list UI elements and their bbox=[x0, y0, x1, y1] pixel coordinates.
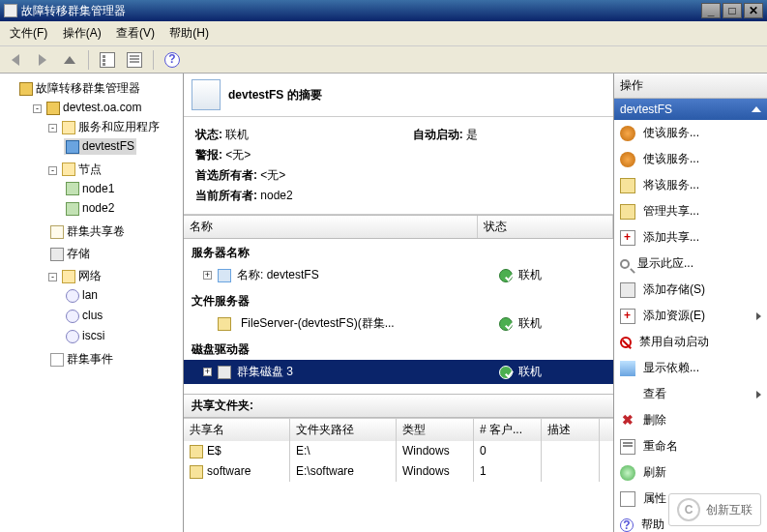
action-item[interactable]: 使该服务... bbox=[614, 120, 767, 146]
action-item[interactable]: 使该服务... bbox=[614, 146, 767, 172]
fileserver-row[interactable]: FileServer-(devtestFS)(群集... 联机 bbox=[184, 311, 613, 336]
action-item[interactable]: 添加存储(S) bbox=[614, 277, 767, 303]
action-item[interactable]: 查看 bbox=[614, 381, 767, 407]
share-col-path[interactable]: 文件夹路径 bbox=[290, 419, 397, 441]
alerts-value: <无> bbox=[225, 148, 251, 162]
menu-file[interactable]: 文件(F) bbox=[4, 23, 53, 44]
menu-help[interactable]: 帮助(H) bbox=[163, 23, 215, 44]
expand-icon[interactable]: + bbox=[203, 368, 212, 376]
action-label: 属性 bbox=[643, 490, 666, 507]
online-icon bbox=[499, 317, 513, 331]
arrow-left-icon bbox=[12, 54, 19, 66]
action-item[interactable]: 添加资源(E) bbox=[614, 303, 767, 329]
main-pane: devtestFS 的摘要 状态: 联机 自动启动: 是 警报: <无> 首选所… bbox=[184, 74, 614, 532]
fileserver-text: FileServer-(devtestFS)(群集... bbox=[241, 315, 493, 332]
share-row[interactable]: software E:\software Windows 1 bbox=[184, 461, 613, 482]
node-icon bbox=[66, 182, 79, 195]
window-title: 故障转移群集管理器 bbox=[21, 3, 126, 19]
submenu-arrow-icon bbox=[756, 391, 761, 399]
actions-context[interactable]: devtestFS bbox=[614, 99, 767, 120]
csv-icon bbox=[50, 225, 64, 239]
watermark: C 创新互联 bbox=[668, 493, 761, 526]
fs-icon bbox=[218, 317, 231, 331]
share-name: software bbox=[207, 464, 251, 478]
app-icon bbox=[4, 4, 17, 17]
online-icon bbox=[499, 269, 513, 282]
actions-pane: 操作 devtestFS 使该服务...使该服务...将该服务...管理共享..… bbox=[614, 74, 767, 532]
tree-cluster-label: devtest.oa.com bbox=[63, 101, 141, 114]
minimize-button[interactable]: _ bbox=[701, 3, 721, 18]
action-item[interactable]: 添加共享... bbox=[614, 224, 767, 251]
share-col-clients[interactable]: # 客户... bbox=[474, 419, 542, 441]
col-name[interactable]: 名称 bbox=[184, 216, 478, 238]
action-item[interactable]: 显示依赖... bbox=[614, 355, 767, 381]
tree-events[interactable]: 群集事件 bbox=[48, 348, 181, 370]
action-item[interactable]: 管理共享... bbox=[614, 198, 767, 224]
share-col-type[interactable]: 类型 bbox=[397, 419, 474, 441]
tree-nodes[interactable]: -节点 node1 node2 bbox=[48, 159, 181, 222]
nav-up-button[interactable] bbox=[58, 49, 81, 71]
toolbar-list-button[interactable] bbox=[96, 49, 119, 71]
action-label: 重命名 bbox=[643, 438, 678, 455]
tree-net-lan[interactable]: lan bbox=[64, 285, 181, 306]
toolbar-sheet-button[interactable] bbox=[123, 49, 146, 71]
nav-back-button[interactable] bbox=[4, 49, 27, 71]
name-icon bbox=[218, 269, 231, 282]
menu-action[interactable]: 操作(A) bbox=[57, 23, 107, 44]
share-row[interactable]: E$ E:\ Windows 0 bbox=[184, 441, 613, 461]
tree-svcapp-item[interactable]: devtestFS bbox=[64, 136, 181, 157]
collapse-icon[interactable]: - bbox=[48, 124, 57, 133]
close-button[interactable]: ✕ bbox=[744, 3, 763, 18]
summary-body: 状态: 联机 自动启动: 是 警报: <无> 首选所有者: <无> 当前所有者:… bbox=[184, 117, 613, 215]
action-item[interactable]: 将该服务... bbox=[614, 172, 767, 198]
tree-networks[interactable]: -网络 lan clus iscsi bbox=[48, 265, 181, 347]
toolbar-separator bbox=[88, 50, 89, 70]
events-icon bbox=[50, 353, 64, 367]
nav-forward-button[interactable] bbox=[31, 49, 54, 71]
tree-net-iscsi[interactable]: iscsi bbox=[64, 326, 181, 346]
ref-icon bbox=[620, 465, 635, 481]
toolbar-separator bbox=[153, 50, 154, 70]
tree-net-clus[interactable]: clus bbox=[64, 306, 181, 326]
action-label: 使该服务... bbox=[643, 125, 699, 141]
collapse-icon[interactable]: - bbox=[48, 273, 57, 281]
action-item[interactable]: 重命名 bbox=[614, 433, 767, 459]
tree-node1[interactable]: node1 bbox=[64, 179, 181, 199]
tree-node2[interactable]: node2 bbox=[64, 198, 181, 219]
action-item[interactable]: ✖删除 bbox=[614, 407, 767, 433]
action-item[interactable]: 刷新 bbox=[614, 459, 767, 486]
maximize-button[interactable]: □ bbox=[723, 3, 742, 18]
tree-root[interactable]: 故障转移群集管理器 -devtest.oa.com -服务和应用程序 devte… bbox=[17, 77, 181, 374]
col-status[interactable]: 状态 bbox=[478, 216, 613, 238]
section-disk: 磁盘驱动器 + 群集磁盘 3 联机 bbox=[184, 336, 613, 384]
autostart-label: 自动启动: bbox=[413, 127, 463, 143]
tree-svcapp-label: devtestFS bbox=[82, 139, 134, 153]
action-item[interactable]: 显示此应... bbox=[614, 251, 767, 277]
tree-cluster[interactable]: -devtest.oa.com -服务和应用程序 devtestFS bbox=[33, 98, 181, 372]
share-clients: 1 bbox=[474, 461, 542, 482]
collapse-icon[interactable]: - bbox=[33, 104, 42, 113]
action-item[interactable]: 禁用自动启动 bbox=[614, 329, 767, 355]
gear-icon bbox=[620, 152, 635, 167]
disk-row[interactable]: + 群集磁盘 3 联机 bbox=[184, 360, 613, 384]
section-servername: 服务器名称 + 名称: devtestFS 联机 bbox=[184, 239, 613, 287]
action-label: 帮助 bbox=[641, 517, 664, 532]
toolbar-help-button[interactable]: ? bbox=[161, 49, 184, 71]
share-col-name[interactable]: 共享名 bbox=[184, 419, 290, 441]
tree-csv-label: 群集共享卷 bbox=[67, 224, 125, 238]
menu-view[interactable]: 查看(V) bbox=[110, 23, 161, 44]
node-icon bbox=[66, 202, 79, 216]
collapse-icon[interactable]: - bbox=[48, 166, 57, 175]
tree-svcapps[interactable]: -服务和应用程序 devtestFS bbox=[48, 116, 181, 159]
alerts-label: 警报: bbox=[195, 147, 222, 163]
tree-networks-label: 网络 bbox=[78, 269, 102, 282]
disk-icon bbox=[620, 282, 635, 298]
share-type: Windows bbox=[397, 461, 474, 482]
servername-row[interactable]: + 名称: devtestFS 联机 bbox=[184, 263, 613, 287]
share-col-desc[interactable]: 描述 bbox=[542, 419, 600, 441]
expand-icon[interactable]: + bbox=[203, 271, 212, 280]
tree-csv[interactable]: 群集共享卷 bbox=[48, 221, 181, 243]
tree-storage[interactable]: 存储 bbox=[48, 243, 181, 265]
tree-node2-label: node2 bbox=[82, 201, 114, 215]
share-path: E:\software bbox=[290, 461, 397, 482]
